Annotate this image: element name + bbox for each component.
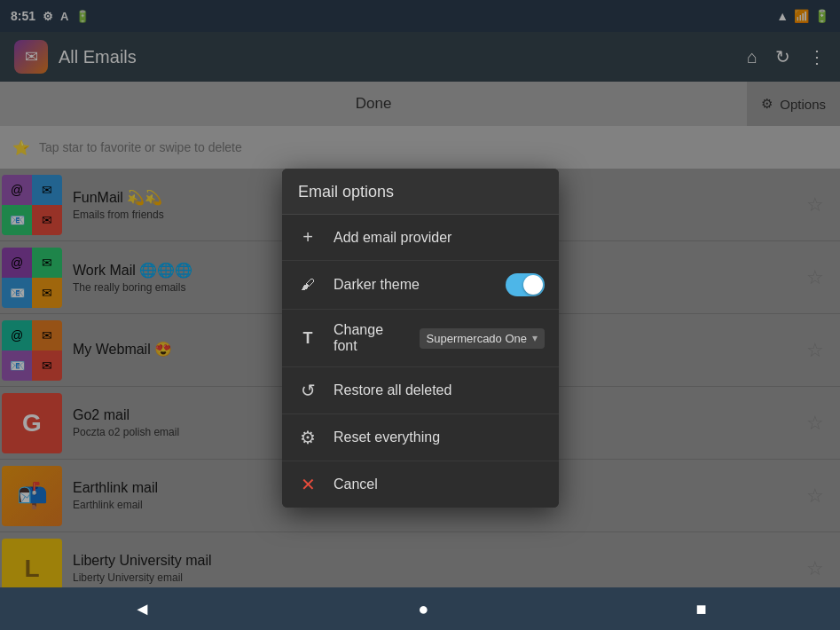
darker-theme-toggle[interactable] <box>506 273 545 296</box>
toggle-container <box>506 273 545 296</box>
cancel-label: Cancel <box>334 476 378 492</box>
toggle-knob <box>523 275 543 295</box>
font-dropdown[interactable]: Supermercado One ▾ <box>420 328 545 349</box>
cancel-item[interactable]: ✕ Cancel <box>282 461 559 508</box>
font-dropdown-value: Supermercado One <box>427 332 527 345</box>
chevron-down-icon: ▾ <box>532 332 538 344</box>
reset-everything-item[interactable]: ⚙ Reset everything <box>282 414 559 461</box>
recent-button[interactable]: ■ <box>678 592 724 626</box>
theme-icon: 🖌 <box>296 277 319 293</box>
home-nav-button[interactable]: ● <box>400 592 446 626</box>
email-options-modal: Email options + Add email provider 🖌 Dar… <box>282 169 559 508</box>
restore-icon: ↺ <box>296 380 319 401</box>
font-icon: T <box>296 329 319 348</box>
back-button[interactable]: ◄ <box>116 592 169 626</box>
add-email-label: Add email provider <box>334 230 545 246</box>
darker-theme-item[interactable]: 🖌 Darker theme <box>282 261 559 310</box>
reset-label: Reset everything <box>334 429 545 445</box>
restore-deleted-item[interactable]: ↺ Restore all deleted <box>282 367 559 414</box>
close-icon: ✕ <box>296 474 319 495</box>
change-font-label: Change font <box>334 322 405 354</box>
bottom-nav: ◄ ● ■ <box>0 587 840 630</box>
reset-icon: ⚙ <box>296 427 319 448</box>
restore-label: Restore all deleted <box>334 382 545 398</box>
darker-theme-label: Darker theme <box>334 277 491 293</box>
modal-title: Email options <box>282 169 559 215</box>
add-email-provider-item[interactable]: + Add email provider <box>282 215 559 261</box>
change-font-item[interactable]: T Change font Supermercado One ▾ <box>282 310 559 367</box>
plus-icon: + <box>296 227 319 248</box>
